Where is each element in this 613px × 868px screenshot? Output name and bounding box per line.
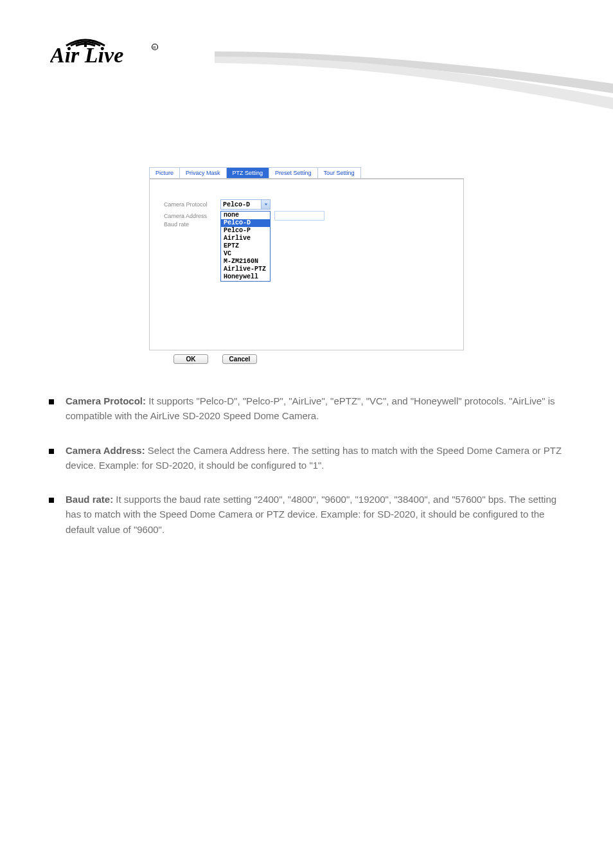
camera-protocol-dropdown[interactable]: none Pelco-D Pelco-P Airlive EPTZ VC M-Z… xyxy=(220,211,271,282)
camera-address-input[interactable] xyxy=(274,211,324,221)
description-text: Camera Protocol: It supports "Pelco-D", … xyxy=(49,393,564,537)
option-eptz[interactable]: EPTZ xyxy=(221,242,270,250)
camera-address-heading: Camera Address: xyxy=(66,445,145,456)
row-camera-protocol: Camera Protocol Pelco-D xyxy=(164,199,271,210)
tab-ptz-setting[interactable]: PTZ Setting xyxy=(227,167,270,178)
tab-preset-setting[interactable]: Preset Setting xyxy=(269,167,318,178)
airlive-logo: Air Live R xyxy=(50,23,179,68)
tab-picture[interactable]: Picture xyxy=(149,167,180,178)
bullet-square-icon xyxy=(49,498,54,503)
bullet-square-icon xyxy=(49,399,54,404)
settings-panel: Camera Protocol Pelco-D Camera Address B… xyxy=(149,178,464,350)
option-pelco-p[interactable]: Pelco-P xyxy=(221,227,270,235)
chevron-down-icon xyxy=(261,200,270,209)
option-honeywell[interactable]: Honeywell xyxy=(221,273,270,281)
option-airlive-ptz[interactable]: Airlive-PTZ xyxy=(221,266,270,273)
label-camera-protocol: Camera Protocol xyxy=(164,201,220,208)
ptz-setting-screenshot: Picture Privacy Mask PTZ Setting Preset … xyxy=(149,167,465,350)
header-swoosh-graphic xyxy=(215,51,613,109)
camera-protocol-heading: Camera Protocol: xyxy=(66,395,146,406)
svg-text:R: R xyxy=(153,46,156,50)
bullet-square-icon xyxy=(49,449,54,454)
camera-protocol-select[interactable]: Pelco-D xyxy=(220,199,271,210)
bullet-baud-rate: Baud rate: It supports the baud rate set… xyxy=(49,492,564,537)
row-baud-rate: Baud rate xyxy=(164,221,220,228)
page-header: Air Live R xyxy=(0,0,613,103)
option-m-zm2160n[interactable]: M-ZM2160N xyxy=(221,258,270,266)
tab-privacy-mask[interactable]: Privacy Mask xyxy=(180,167,227,178)
option-none[interactable]: none xyxy=(221,212,270,219)
baud-rate-heading: Baud rate: xyxy=(66,494,113,505)
bullet-camera-protocol: Camera Protocol: It supports "Pelco-D", … xyxy=(49,393,564,424)
camera-protocol-value: Pelco-D xyxy=(223,201,250,208)
label-camera-address: Camera Address xyxy=(164,213,220,219)
baud-rate-text: It supports the baud rate setting "2400"… xyxy=(66,494,556,535)
option-pelco-d[interactable]: Pelco-D xyxy=(221,219,270,227)
ok-button[interactable]: OK xyxy=(173,354,208,364)
tab-bar: Picture Privacy Mask PTZ Setting Preset … xyxy=(149,167,465,178)
label-baud-rate: Baud rate xyxy=(164,221,220,228)
option-vc[interactable]: VC xyxy=(221,250,270,258)
svg-text:Air Live: Air Live xyxy=(50,43,123,67)
button-bar: OK Cancel xyxy=(149,354,465,364)
bullet-camera-address: Camera Address: Select the Camera Addres… xyxy=(49,443,564,473)
cancel-button[interactable]: Cancel xyxy=(222,354,257,364)
tab-tour-setting[interactable]: Tour Setting xyxy=(318,167,361,178)
option-airlive[interactable]: Airlive xyxy=(221,235,270,242)
